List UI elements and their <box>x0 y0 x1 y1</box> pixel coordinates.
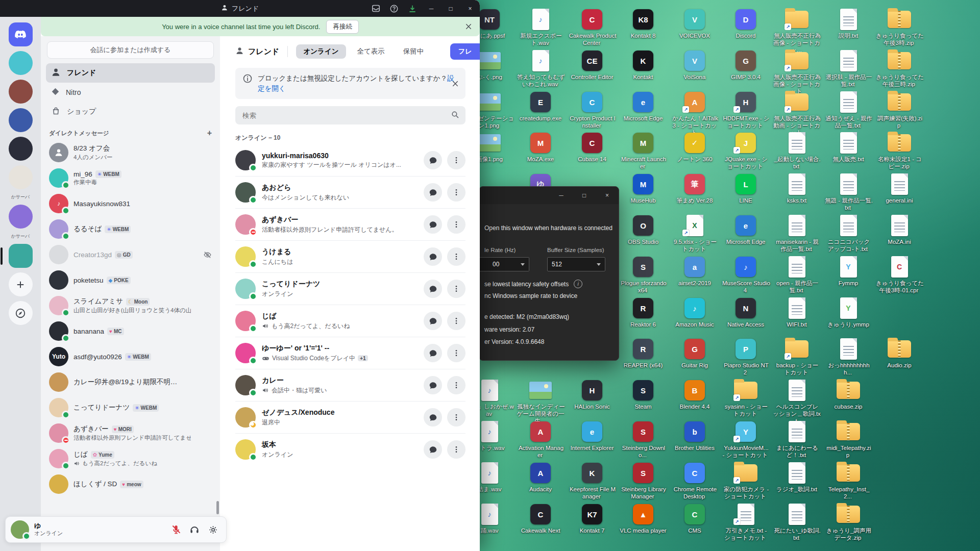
dm-item[interactable]: ♪ Masayukisnow831 <box>46 191 215 216</box>
desktop-icon[interactable]: O OBS Studio <box>619 214 668 246</box>
desktop-icon[interactable]: Y Fymmp <box>824 255 873 287</box>
friend-row[interactable]: うけまる こんにちは <box>235 240 465 272</box>
desktop-icon[interactable]: CE Controller Editor <box>568 49 617 81</box>
desktop-icon[interactable]: WIFI.txt <box>772 296 821 329</box>
desktop-icon[interactable]: a airset2-2019 <box>670 255 719 287</box>
desktop-icon[interactable]: K Kontakt <box>619 49 668 81</box>
desktop-icon[interactable]: 調声練習(失敗).zip <box>875 90 924 130</box>
desktop-icon[interactable]: C Cakewalk Product Center <box>568 8 617 47</box>
desktop-icon[interactable]: general.ini <box>875 172 924 205</box>
dm-item[interactable]: Creator13gd◎GD <box>46 242 215 267</box>
desktop-icon[interactable]: ✓ ノートン 360 <box>670 131 719 163</box>
desktop-icon[interactable]: open - 親作品一覧.txt <box>772 255 821 294</box>
desktop-icon[interactable]: ♪ 答え知ってもむずいわこれ.wav <box>516 49 565 88</box>
sync-sample-rate-option[interactable]: nc Windows sample rate to device <box>484 292 615 299</box>
desktop-icon[interactable]: 無人販売.txt <box>824 131 873 163</box>
desktop-icon[interactable]: Y↗ YukkunMovieM... - ショートカット <box>721 420 770 459</box>
desktop-icon[interactable]: M MuseHub <box>619 172 668 205</box>
desktop-icon[interactable]: 通知うぜえ - 親作品一覧.txt <box>824 90 873 130</box>
scrollbar-thumb[interactable] <box>216 501 219 514</box>
desktop-icon[interactable]: ♪ Amazon Music <box>670 296 719 329</box>
desktop-icon[interactable]: K Keepforest File Manager <box>568 461 617 500</box>
server-avatar[interactable] <box>9 137 33 161</box>
desktop-icon[interactable]: ヘルスコンプレッション＿歌詞.txt <box>772 379 821 424</box>
desktop-icon[interactable]: C Cakewalk Next <box>516 503 565 535</box>
message-button[interactable] <box>424 280 442 298</box>
desktop-icon[interactable]: ↗ 万引きメモ.txt - ショートカット <box>721 503 770 542</box>
desktop-icon[interactable]: 筆 筆まめ Ver.28 <box>670 172 719 205</box>
dm-item[interactable]: るるそば✳WEBM <box>46 217 215 241</box>
add-friend-button[interactable]: フレ <box>450 43 480 60</box>
friend-row[interactable]: あおどら 今はメンションしても来れない <box>235 176 465 208</box>
create-dm-icon[interactable]: + <box>207 129 212 137</box>
inbox-icon[interactable] <box>366 4 385 13</box>
desktop-icon[interactable]: B Blender 4.4 <box>670 379 719 411</box>
desktop-icon[interactable]: Audio.zip <box>875 337 924 369</box>
message-button[interactable] <box>424 408 442 427</box>
desktop-icon[interactable]: b Brother Utilities <box>670 420 719 452</box>
desktop-icon[interactable]: ↗ 無人販売不正行為画像 - ショートカット <box>772 49 821 95</box>
tab-pending[interactable]: 保留中 <box>396 44 431 59</box>
server-avatar[interactable] <box>9 51 33 75</box>
desktop-icon[interactable]: Y きゅうり.ymmp <box>824 296 873 329</box>
conversation-search-button[interactable]: 会話に参加または作成する <box>47 41 214 59</box>
desktop-icon[interactable]: ニコニコバックアップコ-ト.txt <box>824 214 873 253</box>
desktop-icon[interactable]: R Reaktor 6 <box>619 296 668 329</box>
reconnect-button[interactable]: 再接続 <box>326 20 359 34</box>
add-server-button[interactable] <box>9 272 33 296</box>
dm-item[interactable]: ほしくず / SD♥meow <box>46 472 215 496</box>
desktop-icon[interactable]: C Crypton Product Installer <box>568 90 617 130</box>
desktop-icon[interactable]: P Piapro Studio NT2 <box>721 337 770 377</box>
tab-all[interactable]: 全て表示 <box>350 44 392 59</box>
desktop-icon[interactable]: ↗ backup - ショートカット <box>772 337 821 377</box>
desktop-icon[interactable]: S Steinberg Library Manager <box>619 461 668 500</box>
desktop-icon[interactable]: H HALion Sonic <box>568 379 617 411</box>
more-button[interactable] <box>447 183 465 202</box>
desktop-icon[interactable]: K7 Kontakt 7 <box>568 503 617 535</box>
avatar[interactable] <box>11 520 29 539</box>
desktop-icon[interactable]: M MoZA.exe <box>516 131 565 163</box>
desktop-icon[interactable]: C Cubase 14 <box>568 131 617 163</box>
desktop-icon[interactable]: C Chrome Remote Desktop <box>670 461 719 500</box>
desktop-icon[interactable]: K8 Kontakt 8 <box>619 8 668 40</box>
desktop-icon[interactable]: A↗ かんたん！AITalk 3 - ショートカット <box>670 90 719 136</box>
desktop-icon[interactable]: manisekarin - 親作品一覧.txt <box>772 214 821 253</box>
friend-row[interactable]: カレー 会話中・猫は可愛い <box>235 369 465 401</box>
dm-item[interactable]: poketetsu◆POKE <box>46 268 215 292</box>
message-button[interactable] <box>424 247 442 266</box>
friend-row[interactable]: こってりドーナツ オンライン <box>235 272 465 305</box>
desktop-icon[interactable]: S Plogue sforzando x64 <box>619 255 668 294</box>
explore-button[interactable] <box>9 301 33 325</box>
message-button[interactable] <box>424 344 442 362</box>
desktop-icon[interactable]: まにあにわーるど！.txt <box>772 420 821 459</box>
desktop-icon[interactable]: M Minecraft Launcher <box>619 131 668 170</box>
headphones-icon[interactable] <box>186 521 203 538</box>
message-button[interactable] <box>424 440 442 459</box>
desktop-icon[interactable]: e Microsoft Edge <box>721 214 770 246</box>
dm-item[interactable]: カレー卯丼@8/19より期限不明活動... <box>46 370 215 394</box>
sidebar-item-nitro[interactable]: Nitro <box>46 83 215 102</box>
desktop-icon[interactable]: X↗ 9.5.xlsx - ショートカット <box>670 214 719 253</box>
desktop-icon[interactable]: C きゅうり食ってた午後3時-01.cpr <box>875 255 924 294</box>
minimize-button[interactable]: ─ <box>422 0 441 17</box>
dm-item[interactable]: あずきバー♥MORI活動者様以外原則フレンド申請許可してません。 <box>46 421 215 445</box>
message-button[interactable] <box>424 215 442 234</box>
desktop-icon[interactable]: G Guitar Rig <box>670 337 719 369</box>
desktop-icon[interactable]: ↗ 無人販売不正行為画像 - ショートカッ... <box>772 8 821 54</box>
desktop-icon[interactable]: D Discord <box>721 8 770 40</box>
banner-close-icon[interactable] <box>464 22 473 31</box>
more-button[interactable] <box>447 280 465 298</box>
lowest-latency-option[interactable]: se lowest latency safety offsets i <box>484 280 615 288</box>
more-button[interactable] <box>447 344 465 362</box>
message-button[interactable] <box>424 376 442 394</box>
more-button[interactable] <box>447 408 465 427</box>
home-button[interactable] <box>9 22 33 46</box>
server-avatar[interactable] <box>9 80 33 104</box>
desktop-icon[interactable]: midi_Telepathy.zip <box>824 420 873 459</box>
desktop-icon[interactable]: MoZA.ini <box>875 214 924 246</box>
desktop-icon[interactable]: V VoiSona <box>670 49 719 81</box>
desktop-icon[interactable]: 死にたい_ゆ歌詞.txt <box>772 503 821 542</box>
server-avatar[interactable] <box>9 165 33 189</box>
sidebar-item-shop[interactable]: ショップ <box>46 102 215 121</box>
desktop-icon[interactable]: おっhhhhhhhhhh... <box>824 337 873 377</box>
